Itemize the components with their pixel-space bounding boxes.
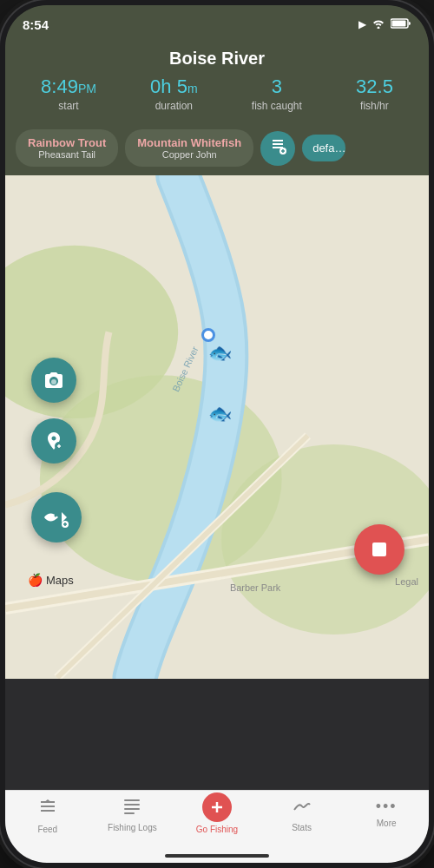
fish-add-icon xyxy=(43,505,70,529)
chip-rainbow-trout-name: Rainbow Trout xyxy=(28,136,106,149)
stat-duration-value: 0h 5m xyxy=(150,76,198,98)
apple-maps-label: 🍎 Maps xyxy=(28,573,74,587)
stat-fish-hr: 32.5 fish/hr xyxy=(356,76,393,112)
stat-start-value: 8:49PM xyxy=(41,76,96,98)
screen: 8:54 ▶ xyxy=(5,5,429,863)
status-bar: 8:54 ▶ xyxy=(5,5,429,43)
battery-icon xyxy=(391,16,411,32)
svg-point-14 xyxy=(51,379,56,385)
chip-mountain-whitefish[interactable]: Mountain Whitefish Copper John xyxy=(125,129,253,167)
chip-rainbow-trout[interactable]: Rainbow Trout Pheasant Tail xyxy=(16,129,118,167)
status-time: 8:54 xyxy=(23,17,49,32)
stat-fish-caught: 3 fish caught xyxy=(252,76,302,112)
fish-marker-green: 🐟 xyxy=(208,403,232,425)
tab-fishing-logs[interactable]: Fishing Logs xyxy=(90,798,175,832)
status-icons: ▶ xyxy=(358,16,411,32)
chip-default[interactable]: defa… xyxy=(302,135,345,161)
tab-stats[interactable]: Stats xyxy=(260,798,345,832)
log-fish-fab[interactable] xyxy=(31,492,82,542)
fishing-logs-icon xyxy=(122,798,141,820)
svg-text:Barber Park: Barber Park xyxy=(230,582,281,593)
wifi-icon xyxy=(372,16,385,32)
chips-row: Rainbow Trout Pheasant Tail Mountain Whi… xyxy=(5,124,429,175)
map-area[interactable]: Boise River Barber Park 🐟 🐟 xyxy=(5,175,429,679)
apple-maps-text: Maps xyxy=(46,574,74,587)
svg-rect-26 xyxy=(124,808,140,810)
stats-icon xyxy=(293,798,312,820)
svg-point-19 xyxy=(55,515,57,517)
svg-rect-25 xyxy=(124,804,140,806)
tab-more-label: More xyxy=(377,819,397,828)
feed-icon xyxy=(38,798,57,822)
apple-icon: 🍎 xyxy=(28,573,43,587)
tab-bar: Feed Fishing Logs xyxy=(5,790,429,863)
chip-rainbow-trout-sub: Pheasant Tail xyxy=(38,149,95,160)
phone-inner: 8:54 ▶ xyxy=(5,5,429,863)
current-location-dot xyxy=(201,328,215,342)
stat-start-label: start xyxy=(41,100,96,112)
go-fishing-button[interactable] xyxy=(202,792,232,822)
tab-go-fishing[interactable]: Go Fishing xyxy=(174,798,260,834)
stat-start: 8:49PM start xyxy=(41,76,96,112)
add-chip-button[interactable] xyxy=(260,131,295,166)
phone-frame: 8:54 ▶ xyxy=(0,0,434,868)
home-indicator xyxy=(165,854,269,858)
add-location-icon xyxy=(43,431,64,451)
tab-fishing-logs-label: Fishing Logs xyxy=(108,823,157,832)
stat-duration: 0h 5m duration xyxy=(150,76,198,112)
fish-marker-brown: 🐟 xyxy=(208,342,232,365)
stat-duration-label: duration xyxy=(150,100,198,112)
stat-fish-label: fish caught xyxy=(252,100,302,112)
add-chip-icon xyxy=(269,137,286,159)
tab-stats-label: Stats xyxy=(292,823,312,832)
add-location-fab[interactable] xyxy=(31,418,76,464)
camera-icon xyxy=(43,371,64,390)
svg-rect-24 xyxy=(124,799,140,801)
chip-mountain-whitefish-sub: Copper John xyxy=(162,149,217,160)
stop-session-fab[interactable] xyxy=(354,524,404,575)
more-icon: ••• xyxy=(376,798,398,816)
legal-label[interactable]: Legal xyxy=(395,576,418,587)
tab-more[interactable]: ••• More xyxy=(344,798,429,828)
location-icon: ▶ xyxy=(358,18,366,30)
svg-rect-1 xyxy=(392,21,406,27)
svg-rect-27 xyxy=(124,812,135,814)
stat-fish-value: 3 xyxy=(252,76,302,98)
stop-icon xyxy=(370,540,389,559)
chip-mountain-whitefish-name: Mountain Whitefish xyxy=(137,136,241,149)
chip-default-text: defa… xyxy=(312,141,345,155)
tab-go-fishing-label: Go Fishing xyxy=(196,825,238,834)
stat-fishhr-value: 32.5 xyxy=(356,76,393,98)
stats-row: 8:49PM start 0h 5m duration 3 fish caugh… xyxy=(5,76,429,115)
camera-fab[interactable] xyxy=(31,358,76,403)
tab-feed[interactable]: Feed xyxy=(5,798,90,834)
stat-fishhr-label: fish/hr xyxy=(356,100,393,112)
tab-feed-label: Feed xyxy=(37,825,57,834)
page-title: Boise River xyxy=(5,47,429,76)
svg-rect-23 xyxy=(372,542,386,556)
header: Boise River 8:49PM start 0h 5m duration xyxy=(5,43,429,124)
